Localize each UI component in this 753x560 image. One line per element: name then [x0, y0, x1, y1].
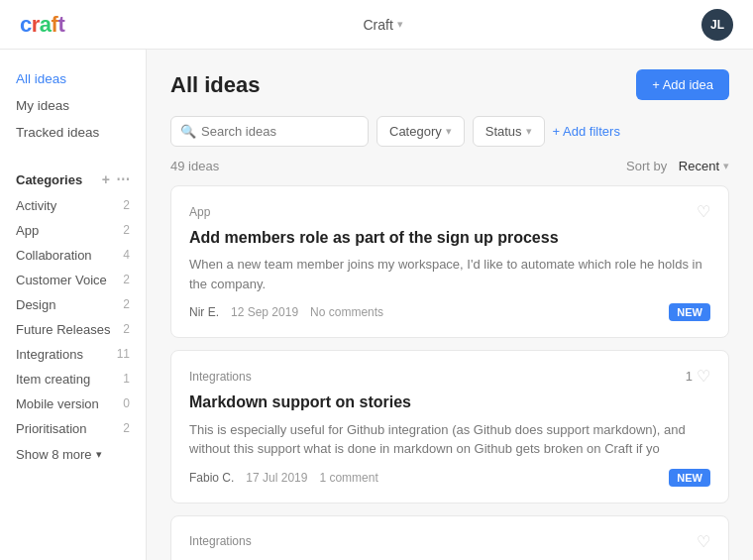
category-count: 0: [123, 396, 130, 411]
category-label: Prioritisation: [16, 421, 87, 436]
sort-by-label: Sort by: [626, 159, 667, 173]
sort-by[interactable]: Sort by Recent ▾: [626, 159, 729, 173]
search-wrap: 🔍: [170, 116, 369, 147]
idea-card: Integrations 1 ♡ Markdown support on sto…: [170, 350, 729, 503]
chevron-down-icon: ▾: [96, 448, 102, 461]
heart-wrap: ♡: [697, 202, 710, 221]
sidebar-item-all-ideas[interactable]: All ideas: [0, 65, 146, 92]
category-label: Collaboration: [16, 248, 92, 263]
idea-card-header: App ♡: [189, 202, 710, 221]
idea-date: 17 Jul 2019: [246, 471, 307, 485]
categories-label: Categories: [16, 172, 82, 187]
show-more-label: Show 8 more: [16, 447, 92, 462]
idea-comments: No comments: [310, 305, 383, 319]
heart-icon[interactable]: ♡: [697, 532, 710, 551]
category-future-releases[interactable]: Future Releases 2: [0, 317, 146, 342]
idea-date: 12 Sep 2019: [231, 305, 298, 319]
header-nav[interactable]: Craft ▾: [363, 17, 402, 33]
idea-meta: Fabio C. 17 Jul 2019 1 comment: [189, 471, 378, 485]
content-header: All ideas + Add idea: [170, 69, 729, 100]
category-app[interactable]: App 2: [0, 218, 146, 243]
category-count: 2: [123, 322, 130, 337]
add-category-icon[interactable]: +: [102, 171, 110, 187]
category-label: Activity: [16, 198, 56, 213]
category-activity[interactable]: Activity 2: [0, 193, 146, 218]
category-label: App: [16, 223, 39, 238]
idea-author: Fabio C.: [189, 471, 234, 485]
category-count: 2: [123, 421, 130, 436]
add-filters-button[interactable]: + Add filters: [553, 124, 620, 139]
idea-badge: NEW: [669, 469, 710, 487]
idea-title: Add members role as part of the sign up …: [189, 227, 710, 249]
filters-row: 🔍 Category ▾ Status ▾ + Add filters: [170, 116, 729, 147]
sidebar: All ideas My ideas Tracked ideas Categor…: [0, 50, 147, 560]
sidebar-categories-list: Activity 2 App 2 Collaboration 4 Custome…: [0, 193, 146, 441]
idea-author: Nir E.: [189, 305, 219, 319]
category-count: 4: [123, 248, 130, 263]
category-item-creating[interactable]: Item creating 1: [0, 367, 146, 392]
category-customer-voice[interactable]: Customer Voice 2: [0, 268, 146, 292]
app-container: craft Craft ▾ JL All ideas My ideas Trac…: [0, 0, 753, 560]
category-design[interactable]: Design 2: [0, 292, 146, 317]
idea-description: When a new team member joins my workspac…: [189, 255, 710, 293]
category-label: Customer Voice: [16, 273, 107, 287]
category-filter-arrow: ▾: [446, 125, 452, 138]
idea-category: Integrations: [189, 534, 252, 548]
status-filter-label: Status: [485, 124, 522, 139]
category-collaboration[interactable]: Collaboration 4: [0, 243, 146, 268]
ideas-list: App ♡ Add members role as part of the si…: [170, 185, 729, 560]
idea-description: This is especially useful for Github int…: [189, 420, 710, 459]
meta-row: 49 ideas Sort by Recent ▾: [170, 159, 729, 173]
category-integrations[interactable]: Integrations 11: [0, 342, 146, 367]
search-icon: 🔍: [180, 124, 196, 139]
status-filter-button[interactable]: Status ▾: [473, 116, 545, 147]
category-prioritisation[interactable]: Prioritisation 2: [0, 416, 146, 441]
status-filter-arrow: ▾: [526, 125, 532, 138]
heart-wrap: ♡: [697, 532, 710, 551]
idea-meta: Nir E. 12 Sep 2019 No comments: [189, 305, 383, 319]
idea-badge: NEW: [669, 303, 710, 321]
heart-icon[interactable]: ♡: [697, 367, 710, 386]
category-mobile-version[interactable]: Mobile version 0: [0, 392, 146, 416]
more-options-icon[interactable]: ⋯: [116, 171, 130, 187]
page-title: All ideas: [170, 72, 260, 98]
idea-card: Integrations ♡ Split the concept of stor…: [170, 515, 729, 560]
heart-wrap: 1 ♡: [686, 367, 710, 386]
idea-category: Integrations: [189, 370, 252, 384]
category-count: 2: [123, 297, 130, 312]
category-count: 2: [123, 273, 130, 287]
category-count: 2: [123, 223, 130, 238]
show-more-button[interactable]: Show 8 more ▾: [0, 441, 146, 468]
category-label: Design: [16, 297, 55, 312]
sidebar-nav: All ideas My ideas Tracked ideas: [0, 65, 146, 146]
category-label: Integrations: [16, 347, 83, 362]
category-count: 2: [123, 198, 130, 213]
heart-icon[interactable]: ♡: [697, 202, 710, 221]
category-count: 1: [123, 372, 130, 387]
heart-count: 1: [686, 369, 693, 384]
idea-card-header: Integrations 1 ♡: [189, 367, 710, 386]
avatar: JL: [701, 9, 733, 41]
category-filter-button[interactable]: Category ▾: [376, 116, 465, 147]
sort-arrow-icon: ▾: [723, 160, 729, 172]
category-filter-label: Category: [389, 124, 442, 139]
sort-value: Recent: [679, 159, 719, 173]
idea-card-header: Integrations ♡: [189, 532, 710, 551]
idea-footer: Fabio C. 17 Jul 2019 1 comment NEW: [189, 469, 710, 487]
categories-icons: + ⋯: [102, 171, 130, 187]
idea-category: App: [189, 205, 210, 219]
category-label: Future Releases: [16, 322, 110, 337]
add-idea-button[interactable]: + Add idea: [636, 69, 729, 100]
sidebar-item-tracked-ideas[interactable]: Tracked ideas: [0, 119, 146, 146]
header: craft Craft ▾ JL: [0, 0, 753, 50]
sidebar-item-my-ideas[interactable]: My ideas: [0, 92, 146, 119]
search-input[interactable]: [170, 116, 369, 147]
category-label: Mobile version: [16, 396, 99, 411]
category-count: 11: [117, 347, 130, 362]
category-label: Item creating: [16, 372, 90, 387]
sidebar-categories-header: Categories + ⋯: [0, 166, 146, 193]
logo: craft: [20, 12, 64, 38]
header-nav-arrow: ▾: [397, 18, 403, 31]
idea-title: Markdown support on stories: [189, 392, 710, 413]
content-area: All ideas + Add idea 🔍 Category ▾ Status…: [147, 50, 753, 560]
